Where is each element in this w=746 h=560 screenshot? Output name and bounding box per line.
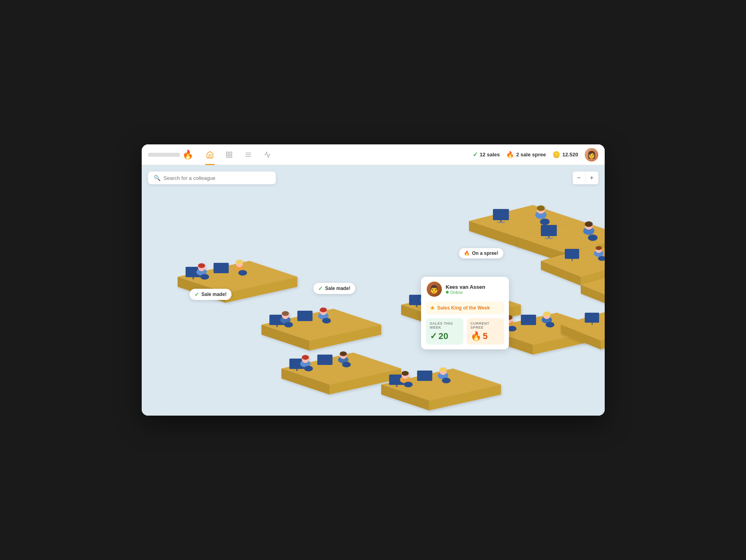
svg-point-112	[442, 378, 451, 383]
svg-rect-116	[565, 249, 579, 259]
spree-bubble-text: On a spree!	[472, 250, 499, 256]
svg-rect-134	[585, 313, 599, 323]
tab-grid[interactable]	[220, 146, 238, 164]
check-icon-stat: ✓	[430, 331, 437, 341]
svg-rect-0	[226, 152, 228, 154]
coins-value: 12.520	[562, 152, 578, 158]
svg-point-108	[404, 382, 413, 387]
sales-week-label: SALES THIS WEEK	[430, 321, 459, 329]
bubble-text-2: Sale made!	[325, 286, 350, 291]
user-avatar[interactable]: 👩	[585, 148, 598, 162]
profile-status: Online	[446, 290, 485, 295]
svg-point-55	[322, 318, 331, 323]
map-area: 🔍 − +	[142, 165, 605, 416]
status-text: Online	[450, 290, 463, 295]
fire-icon-bubble: 🔥	[464, 250, 470, 256]
top-nav: 🔥	[142, 144, 605, 165]
svg-rect-90	[317, 355, 332, 365]
stat-spree: 🔥 2 sale spree	[506, 151, 546, 158]
tab-chart[interactable]	[259, 146, 276, 164]
svg-rect-46	[276, 325, 278, 327]
svg-point-54	[320, 308, 327, 312]
svg-rect-47	[297, 311, 313, 321]
stat-sales: ✓ 12 sales	[473, 151, 500, 158]
svg-point-37	[200, 274, 209, 280]
svg-point-41	[238, 270, 247, 276]
svg-point-27	[588, 235, 598, 241]
svg-rect-23	[545, 238, 553, 239]
svg-rect-2	[226, 155, 228, 157]
svg-point-107	[402, 371, 409, 376]
zoom-out-button[interactable]: −	[573, 172, 586, 184]
check-icon-2: ✓	[318, 285, 323, 292]
spree-count: 2 sale spree	[516, 152, 546, 158]
svg-rect-21	[541, 225, 557, 236]
tab-home[interactable]	[201, 146, 219, 164]
search-icon: 🔍	[154, 175, 160, 181]
sales-this-week-box: SALES THIS WEEK ✓ 20	[426, 318, 463, 345]
map-controls: − +	[573, 172, 598, 184]
search-input[interactable]	[164, 175, 270, 181]
svg-rect-60	[416, 305, 418, 307]
spree-value: 🔥 5	[471, 331, 500, 341]
svg-rect-32	[192, 277, 194, 279]
stat-coins: 🪙 12.520	[552, 151, 578, 158]
svg-point-97	[340, 351, 347, 356]
profile-card[interactable]: 👨 Kees van Assen Online ★ Sales King of …	[421, 277, 509, 349]
svg-point-50	[282, 311, 289, 316]
svg-rect-76	[521, 315, 536, 325]
fire-icon-stat: 🔥	[471, 331, 481, 341]
avatar-icon: 👨	[429, 284, 439, 294]
svg-point-26	[585, 221, 593, 227]
profile-info: Kees van Assen Online	[446, 284, 485, 295]
svg-rect-33	[214, 263, 229, 273]
logo-text-bar	[148, 153, 180, 157]
svg-point-111	[439, 367, 447, 372]
svg-point-94	[304, 366, 313, 371]
svg-rect-13	[497, 222, 505, 223]
logo: 🔥	[148, 150, 193, 160]
svg-rect-135	[592, 323, 593, 325]
sales-count: 12 sales	[480, 152, 500, 158]
svg-point-17	[540, 219, 550, 225]
svg-point-80	[508, 326, 516, 331]
avatar-emoji: 👩	[587, 150, 596, 159]
sale-bubble-1: ✓ Sale made!	[190, 289, 232, 300]
star-icon: ★	[430, 305, 435, 311]
svg-rect-117	[572, 259, 573, 261]
tab-list[interactable]	[239, 146, 257, 164]
logo-icon: 🔥	[182, 150, 193, 160]
sale-bubble-2: ✓ Sale made!	[313, 283, 355, 294]
spree-bubble: 🔥 On a spree!	[459, 248, 503, 258]
coin-icon: 🪙	[552, 151, 560, 158]
profile-name: Kees van Assen	[446, 284, 485, 290]
fire-icon: 🔥	[506, 151, 514, 158]
profile-header: 👨 Kees van Assen Online	[421, 277, 509, 302]
svg-rect-103	[396, 385, 398, 387]
svg-point-84	[546, 322, 554, 327]
spree-label: CURRENT SPREE	[471, 321, 500, 329]
current-spree-box: CURRENT SPREE 🔥 5	[467, 318, 504, 345]
sales-king-badge: ★ Sales King of the Week	[426, 302, 504, 314]
bubble-text-1: Sale made!	[202, 292, 227, 297]
nav-tabs	[201, 146, 473, 164]
svg-point-83	[543, 312, 550, 316]
search-bar[interactable]: 🔍	[148, 172, 276, 184]
svg-point-36	[198, 263, 205, 268]
badge-text: Sales King of the Week	[437, 305, 490, 311]
profile-avatar: 👨	[427, 282, 442, 297]
svg-rect-11	[493, 209, 509, 220]
svg-point-40	[236, 260, 243, 264]
zoom-in-button[interactable]: +	[586, 172, 598, 184]
svg-point-93	[302, 355, 309, 360]
svg-rect-104	[417, 371, 432, 381]
app-window: 🔥	[142, 144, 605, 416]
svg-rect-1	[230, 152, 232, 154]
stats-row: SALES THIS WEEK ✓ 20 CURRENT SPREE 🔥 5	[421, 318, 509, 349]
spree-number: 5	[483, 331, 488, 341]
svg-point-16	[537, 205, 545, 211]
status-dot	[446, 291, 449, 294]
check-icon: ✓	[473, 151, 478, 158]
sales-week-number: 20	[439, 331, 448, 341]
sales-week-value: ✓ 20	[430, 331, 459, 341]
